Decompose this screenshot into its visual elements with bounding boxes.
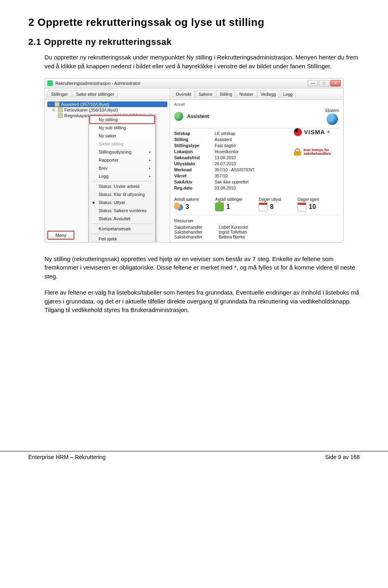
tree-item-assistent[interactable]: ▸ Assistent (357/10/Utlyst) [47, 101, 167, 107]
tree-item-label: Assistent (357/10/Utlyst) [61, 102, 109, 107]
paragraph-3: Flere av feltene er valg fra listeboks/t… [44, 288, 360, 314]
menu-ny-sub-stilling[interactable]: Ny sub stilling [90, 124, 154, 132]
summary-value: 3 [186, 203, 189, 211]
tab-soke-etter-stillinger[interactable]: Søke etter stillinger [72, 90, 118, 98]
window-title: Rekrutteringsadministrasjon - Administra… [55, 81, 140, 86]
menu-ny-soker[interactable]: Ny søker [90, 132, 154, 140]
lock-icon [294, 148, 301, 156]
menu-logg[interactable]: Logg▸ [90, 172, 154, 180]
window-close-button[interactable]: ✕ [330, 80, 341, 86]
menu-feil-sjekk[interactable]: Feil sjekk [90, 235, 154, 242]
right-pane: Oversikt Søkere Stilling Notater Vedlegg… [170, 89, 343, 242]
submenu-arrow-icon: ▸ [149, 150, 151, 154]
paragraph-2: Ny stilling (rekrutteringssak) opprettes… [44, 255, 360, 281]
menu-rapporter[interactable]: Rapporter▸ [90, 156, 154, 164]
kv-key: Stillingstype [174, 143, 215, 148]
ressurs-role: Saksbehandler [174, 230, 219, 234]
kv-value: 357/10 - ASSISTENT [215, 167, 339, 172]
globe-icon [174, 112, 183, 121]
submenu-arrow-icon: ▸ [149, 174, 151, 178]
summary-value: 10 [309, 203, 316, 211]
menu-brev[interactable]: Brev▸ [90, 164, 154, 172]
ressurs-role: Saksbehandler [174, 225, 219, 230]
window-titlebar: Rekrutteringsadministrasjon - Administra… [45, 78, 343, 89]
annet-label: Annet [174, 102, 339, 107]
kv-key: Lokasjon [174, 149, 215, 154]
context-menu: Ny stilling Ny sub stilling Ny søker Sle… [89, 114, 156, 242]
summary-label: Dager igjen [297, 197, 319, 202]
menu-separator [91, 181, 153, 181]
menu-status-avsluttet[interactable]: Status: Avsluttet [90, 215, 154, 223]
tree-expand-icon[interactable]: ⊞ [52, 108, 56, 112]
page-footer: Enterprise HRM – Rekruttering Side 9 av … [0, 451, 388, 472]
lock-text: Kun innsyn forsaksbehandlere [304, 148, 331, 156]
summary-label: Dager utlyst [259, 197, 281, 202]
visma-block: VISMA® Kun innsyn forsaksbehandlere [294, 128, 331, 156]
tab-stilling[interactable]: Stilling [216, 90, 235, 98]
heading-1: 2 Opprette rekrutteringssak og lyse ut s… [28, 16, 360, 29]
app-icon [47, 80, 53, 86]
menu-stillingsutlysning[interactable]: Stillingsutlysning▸ [90, 148, 154, 156]
tab-vedlegg[interactable]: Vedlegg [257, 90, 279, 98]
menu-label: Brev [99, 166, 108, 171]
footer-left: Enterprise HRM – Rekruttering [28, 454, 105, 460]
heading-2: 2.1 Opprette ny rekrutteringssak [28, 37, 360, 47]
kv-key: Selskap [174, 131, 215, 136]
kv-key: Merknad [174, 167, 215, 172]
ekstern-globe-icon [327, 114, 338, 125]
tab-logg[interactable]: Logg [280, 90, 296, 98]
ressurs-role: Saksbehandler [174, 234, 219, 239]
summary-value: 8 [270, 203, 274, 211]
visma-logo: VISMA® [294, 128, 331, 136]
kv-value: 03.08.2010 [215, 185, 339, 190]
kv-value: 26.07.2010 [215, 161, 339, 166]
menu-label: Rapporter [99, 158, 118, 162]
summary-value: 1 [226, 203, 230, 211]
folder-icon [58, 107, 63, 112]
paragraph-1: Du oppretter ny rekrutteringssak under m… [44, 53, 360, 71]
tab-notater[interactable]: Notater [236, 90, 256, 98]
submenu-arrow-icon: ▸ [149, 166, 151, 170]
menu-status-under-arbeid[interactable]: Status: Under arbeid [90, 182, 154, 190]
kv-key: Reg.dato [174, 185, 215, 190]
tab-stillinger[interactable]: Stillinger [47, 90, 72, 98]
window-maximize-button[interactable]: □ [319, 80, 329, 86]
summary-label: Antall søkere [174, 197, 199, 202]
menu-slette-stilling: Slette stilling [90, 140, 154, 148]
calendar-icon [297, 202, 306, 211]
menu-label: Stillingsutlysning [99, 150, 131, 154]
left-pane: Stillinger Søke etter stillinger ▸ Assis… [45, 89, 170, 242]
menu-status-utlyst[interactable]: Status: Utlyst [90, 198, 154, 207]
menu-status-vurderes[interactable]: Status: Søkere vurderes [90, 207, 154, 215]
tab-oversikt[interactable]: Oversikt [173, 90, 195, 98]
stilling-title: Assistent [187, 114, 209, 119]
menu-status-klar[interactable]: Status: Klar til utlysning [90, 190, 154, 198]
kv-key: SakArkiv [174, 179, 215, 184]
tab-sokere[interactable]: Søkere [196, 90, 216, 98]
menu-label: Status: Utlyst [99, 200, 125, 205]
tree-toggle-icon[interactable]: ▸ [49, 102, 53, 106]
folder-icon [58, 113, 63, 118]
menu-separator [91, 223, 153, 224]
menu-ny-stilling[interactable]: Ny stilling [90, 116, 154, 124]
status-selected-icon [93, 202, 95, 204]
kv-value: Sak ikke opprettet [215, 179, 339, 184]
tree-item-label: Ferievikarer (358/10/Utlyst) [64, 107, 118, 112]
menu-label: Logg [99, 174, 108, 179]
calendar-icon [259, 202, 268, 211]
menu-kompetansesok[interactable]: Kompetansesøk [90, 225, 154, 233]
ressurs-name: Ingrid Tollefsen [219, 230, 339, 234]
meny-button[interactable]: Meny [47, 231, 74, 240]
ekstern-label: Ekstern [325, 108, 339, 113]
app-screenshot: Rekrutteringsadministrasjon - Administra… [44, 78, 344, 242]
submenu-arrow-icon: ▸ [149, 158, 151, 162]
menu-separator [91, 234, 153, 234]
visma-brand-text: VISMA [304, 129, 325, 135]
ressurser-header: Ressurser [174, 218, 339, 223]
kv-key: Søknadsfrist [174, 155, 215, 160]
window-minimize-button[interactable]: — [308, 80, 318, 86]
tree-item-ferievikarer[interactable]: ⊞ Ferievikarer (358/10/Utlyst) [47, 107, 167, 113]
ressurser-section: Ressurser SaksbehandlerLisbet Korsvold S… [174, 218, 339, 239]
kv-key: Stilling [174, 137, 215, 142]
kv-key: Utlystdato [174, 161, 215, 166]
